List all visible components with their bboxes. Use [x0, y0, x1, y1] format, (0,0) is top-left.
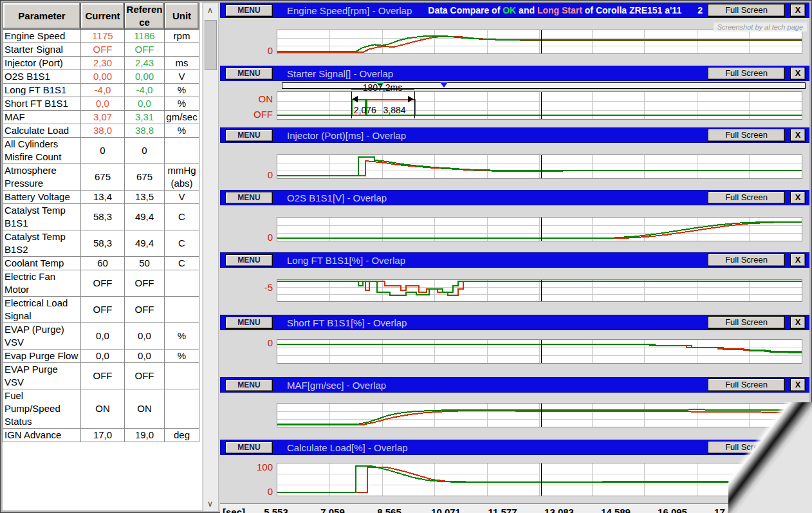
- close-button[interactable]: X: [790, 129, 806, 142]
- fullscreen-button[interactable]: Full Screen: [708, 378, 785, 391]
- table-row[interactable]: EVAP Purge VSVOFFOFF: [3, 363, 199, 389]
- time-range-slider[interactable]: [282, 82, 806, 89]
- column-header[interactable]: Reference: [125, 3, 165, 30]
- table-row[interactable]: EVAP (Purge) VSV0,00,0%: [3, 323, 199, 350]
- chart-svg: [277, 340, 802, 363]
- table-row[interactable]: Calculate Load38,038,8%: [3, 124, 199, 138]
- fullscreen-button[interactable]: Full Screen: [708, 316, 785, 329]
- table-row[interactable]: Battery Voltage13,413,5V: [3, 191, 199, 204]
- chart-panel: MENUO2S B1S1[V] - OverlapFull ScreenX0: [220, 190, 809, 248]
- compare-prefix: Data Compare of: [428, 5, 503, 15]
- menu-button[interactable]: MENU: [225, 68, 273, 80]
- reference-value-cell: OFF: [125, 297, 165, 323]
- chart-plot[interactable]: [277, 154, 802, 179]
- time-axis-unit-label: [sec]: [223, 507, 245, 513]
- table-row[interactable]: Short FT B1S10,00,0%: [3, 97, 199, 111]
- panel-titlebar: MENUStarter Signal[] - OverlapFull Scree…: [220, 66, 809, 81]
- time-axis-tick: 11,577: [488, 507, 517, 513]
- chart-plot[interactable]: [277, 217, 802, 241]
- current-value-cell: 675: [81, 164, 125, 191]
- reference-value-cell: 2,43: [125, 57, 165, 70]
- chart-plot[interactable]: [277, 279, 802, 302]
- column-header[interactable]: Unit: [165, 3, 199, 30]
- compare-text: Data Compare of OK and Long Start of Cor…: [428, 5, 681, 15]
- close-button[interactable]: X: [790, 4, 806, 17]
- menu-button[interactable]: MENU: [225, 379, 273, 391]
- fullscreen-button[interactable]: Full Screen: [708, 191, 785, 204]
- menu-button[interactable]: MENU: [225, 254, 273, 266]
- close-button[interactable]: X: [790, 441, 806, 454]
- table-row[interactable]: Catalyst Temp B1S158,349,4C: [3, 204, 199, 230]
- menu-button[interactable]: MENU: [225, 192, 273, 204]
- current-value-cell: 1175: [81, 30, 125, 43]
- scroll-up-button[interactable]: ∧: [203, 3, 217, 17]
- table-row[interactable]: O2S B1S10,000,00V: [3, 70, 199, 84]
- reference-value-cell: 13,5: [125, 191, 165, 204]
- table-scrollbar[interactable]: ∧ ∨: [203, 3, 219, 512]
- chart-svg: [277, 404, 802, 427]
- chart-svg: [277, 30, 802, 53]
- table-row[interactable]: Fuel Pump/Speed StatusONON: [3, 389, 199, 429]
- compare-long_start: Long Start: [537, 5, 582, 15]
- chart-svg: [277, 280, 802, 301]
- unit-cell: deg: [165, 429, 199, 442]
- chart-plot[interactable]: [277, 30, 802, 54]
- panel-title: Injector (Port)[ms] - Overlap: [287, 130, 406, 141]
- table-row[interactable]: Coolant Temp6050C: [3, 257, 199, 270]
- chart-plot[interactable]: [277, 403, 802, 427]
- table-row[interactable]: Atmosphere Pressure675675mmHg(abs): [3, 164, 199, 191]
- table-row[interactable]: Catalyst Temp B1S258,349,4C: [3, 230, 199, 257]
- table-row[interactable]: Injector (Port)2,302,43ms: [3, 57, 199, 70]
- column-header[interactable]: Parameter: [3, 3, 81, 30]
- reference-value-cell: 0,0: [125, 350, 165, 363]
- time-axis: [sec]5,5537,0598,56510,07111,57713,08314…: [220, 503, 809, 513]
- current-value-cell: 13,4: [81, 191, 125, 204]
- unit-cell: rpm: [165, 30, 199, 43]
- param-cell: Coolant Temp: [3, 257, 81, 270]
- time-axis-tick: 10,071: [431, 507, 461, 513]
- menu-button[interactable]: MENU: [225, 129, 273, 142]
- chart-panel: MENUCalculate Load[%] - OverlapFull Scre…: [220, 440, 809, 499]
- current-value-cell: 0: [81, 138, 125, 164]
- scrollbar-thumb[interactable]: [205, 20, 217, 70]
- close-button[interactable]: X: [790, 316, 806, 329]
- table-row[interactable]: Starter SignalOFFOFF: [3, 43, 199, 57]
- close-button[interactable]: X: [790, 254, 806, 266]
- compare-suffix: of Corolla ZRE151 a'11: [582, 5, 681, 15]
- close-button[interactable]: X: [790, 378, 806, 391]
- menu-button[interactable]: MENU: [225, 317, 273, 329]
- range-end-marker[interactable]: [440, 82, 448, 88]
- table-row[interactable]: IGN Advance17,019,0deg: [3, 429, 199, 442]
- reference-value-cell: 1186: [125, 30, 165, 43]
- reference-value-cell: 19,0: [125, 429, 165, 442]
- menu-button[interactable]: MENU: [225, 442, 273, 454]
- fullscreen-button[interactable]: Full Screen: [708, 441, 785, 454]
- chart-plot[interactable]: [277, 339, 802, 364]
- unit-cell: %: [165, 323, 199, 350]
- chart-plot[interactable]: [277, 463, 802, 496]
- fullscreen-button[interactable]: Full Screen: [708, 4, 785, 17]
- menu-button[interactable]: MENU: [225, 5, 273, 17]
- close-button[interactable]: X: [790, 67, 806, 80]
- fullscreen-button[interactable]: Full Screen: [708, 129, 785, 142]
- table-row[interactable]: All Cylinders Misfire Count00: [3, 138, 199, 164]
- compare-and: and: [516, 5, 537, 15]
- scroll-down-button[interactable]: ∨: [203, 497, 217, 511]
- table-row[interactable]: Electrical Load SignalOFFOFF: [3, 297, 199, 323]
- table-row[interactable]: Long FT B1S1-4,0-4,0%: [3, 84, 199, 97]
- panel-title: Engine Speed[rpm] - Overlap: [287, 5, 412, 16]
- fullscreen-button[interactable]: Full Screen: [708, 254, 785, 266]
- current-value-cell: 60: [81, 257, 125, 270]
- close-button[interactable]: X: [790, 191, 806, 204]
- table-row[interactable]: Electric Fan MotorOFFOFF: [3, 270, 199, 297]
- reference-value-cell: 0,0: [125, 97, 165, 111]
- param-cell: Catalyst Temp B1S1: [3, 204, 81, 230]
- table-row[interactable]: Engine Speed11751186rpm: [3, 30, 199, 43]
- panel-title: O2S B1S1[V] - Overlap: [287, 192, 387, 203]
- column-header[interactable]: Current: [81, 3, 125, 30]
- fullscreen-button[interactable]: Full Screen: [708, 67, 785, 80]
- table-row[interactable]: Evap Purge Flow0,00,0%: [3, 350, 199, 363]
- chart-panel: MENUInjector (Port)[ms] - OverlapFull Sc…: [220, 127, 809, 186]
- table-row[interactable]: MAF3,073,31gm/sec: [3, 111, 199, 124]
- panel-titlebar: MENUInjector (Port)[ms] - OverlapFull Sc…: [220, 127, 809, 143]
